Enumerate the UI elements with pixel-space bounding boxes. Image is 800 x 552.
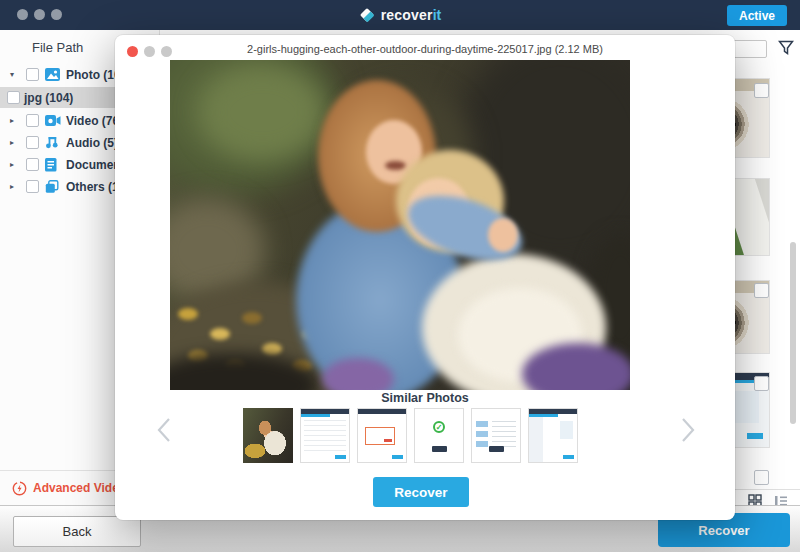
modal-recover-button[interactable]: Recover bbox=[373, 477, 469, 507]
file-checkbox[interactable] bbox=[754, 470, 769, 485]
screenshot-page-shape bbox=[733, 391, 759, 423]
others-icon bbox=[45, 180, 62, 194]
hand bbox=[488, 218, 518, 252]
similar-photo-thumbnail[interactable] bbox=[243, 408, 293, 463]
preview-modal: 2-girls-hugging-each-other-outdoor-durin… bbox=[115, 35, 735, 520]
moss-patch bbox=[200, 65, 325, 160]
audio-checkbox[interactable] bbox=[26, 136, 39, 149]
active-button[interactable]: Active bbox=[727, 5, 787, 26]
file-checkbox[interactable] bbox=[754, 283, 769, 298]
similar-photo-thumbnail[interactable] bbox=[528, 408, 578, 463]
chevron-right-icon[interactable]: ▸ bbox=[10, 160, 19, 169]
others-checkbox[interactable] bbox=[26, 180, 39, 193]
document-checkbox[interactable] bbox=[26, 158, 39, 171]
back-button[interactable]: Back bbox=[13, 516, 141, 547]
modal-close-icon[interactable] bbox=[127, 46, 138, 57]
logo-text: recover bbox=[381, 7, 433, 23]
photo-checkbox[interactable] bbox=[26, 68, 39, 81]
filter-icon[interactable] bbox=[778, 40, 794, 60]
similar-photo-thumbnail[interactable] bbox=[300, 408, 350, 463]
recoverit-window: recoverit Active File Path ▾ Photo (104)… bbox=[0, 0, 800, 552]
preview-photo bbox=[170, 60, 630, 390]
left-girl-smile bbox=[385, 161, 406, 170]
carousel-left-chevron-icon[interactable] bbox=[155, 417, 173, 445]
photo-icon bbox=[45, 68, 62, 81]
screenshot-button-shape bbox=[747, 433, 763, 439]
chevron-right-icon[interactable]: ▸ bbox=[10, 138, 19, 147]
autumn-leaf bbox=[210, 328, 230, 340]
similar-photo-thumbnail[interactable]: ✓ bbox=[414, 408, 464, 463]
modal-zoom-icon[interactable] bbox=[161, 46, 172, 57]
scrollbar[interactable] bbox=[790, 242, 796, 424]
autumn-leaf bbox=[178, 308, 198, 320]
chevron-right-icon[interactable]: ▸ bbox=[10, 182, 19, 191]
similar-photo-thumbnail[interactable] bbox=[471, 408, 521, 463]
file-checkbox[interactable] bbox=[754, 376, 769, 391]
audio-icon bbox=[45, 136, 62, 149]
app-logo: recoverit bbox=[0, 0, 800, 30]
diamond-logo-icon bbox=[359, 7, 375, 23]
autumn-leaf bbox=[242, 312, 262, 324]
modal-minimize-icon[interactable] bbox=[144, 46, 155, 57]
titlebar: recoverit Active bbox=[0, 0, 800, 30]
video-checkbox[interactable] bbox=[26, 114, 39, 127]
carousel-right-chevron-icon[interactable] bbox=[679, 417, 697, 445]
chevron-down-icon[interactable]: ▾ bbox=[10, 70, 19, 79]
jpg-checkbox[interactable] bbox=[7, 91, 20, 104]
sidebar-item-label: jpg (104) bbox=[24, 91, 73, 105]
file-checkbox[interactable] bbox=[754, 83, 769, 98]
advanced-recovery-icon bbox=[12, 481, 27, 496]
video-icon bbox=[45, 114, 62, 127]
logo-accent-text: it bbox=[433, 7, 442, 23]
modal-title: 2-girls-hugging-each-other-outdoor-durin… bbox=[175, 43, 675, 55]
autumn-leaf bbox=[262, 343, 282, 355]
similar-photo-thumbnail[interactable] bbox=[357, 408, 407, 463]
document-icon bbox=[45, 158, 62, 172]
similar-photos-label: Similar Photos bbox=[115, 391, 735, 405]
chevron-right-icon[interactable]: ▸ bbox=[10, 116, 19, 125]
sidebar-item-label: Audio (5) bbox=[66, 136, 118, 150]
